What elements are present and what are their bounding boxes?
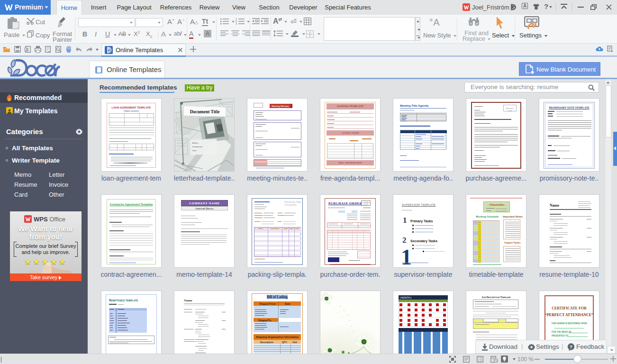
svg-text:Author:: Author: [192, 142, 199, 144]
svg-text:?: ? [570, 344, 572, 349]
svg-text:Date:: Date: [192, 149, 197, 152]
svg-text:Introduction:: Introduction: [192, 146, 203, 148]
svg-text:Document Title: Document Title [190, 109, 220, 114]
svg-text:-D: -D [25, 48, 28, 51]
svg-text:3: 3 [236, 22, 237, 25]
